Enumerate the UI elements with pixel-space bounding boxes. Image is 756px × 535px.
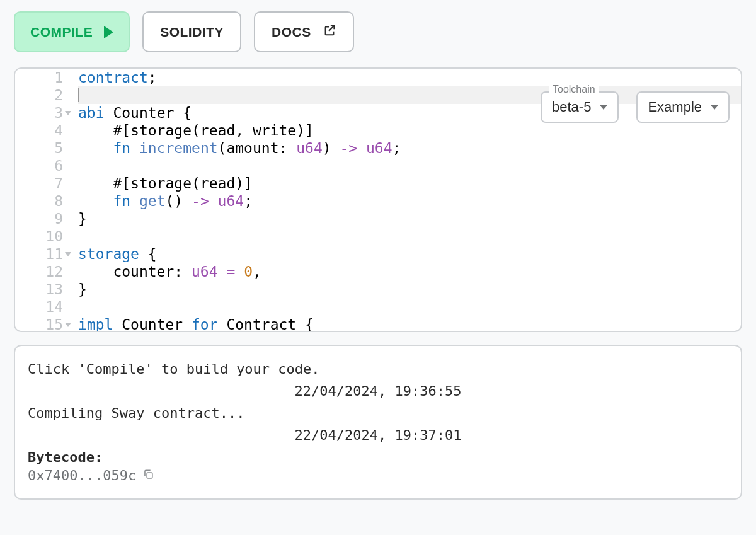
output-panel: Click 'Compile' to build your code. 22/0… xyxy=(14,345,742,500)
line-number: 2 xyxy=(15,86,73,104)
timestamp-divider: 22/04/2024, 19:37:01 xyxy=(28,427,728,443)
toolbar: COMPILE SOLIDITY DOCS xyxy=(14,11,742,52)
code-editor[interactable]: 1 2 3 4 5 6 7 8 9 10 11 12 13 14 15 cont… xyxy=(14,67,742,332)
external-link-icon xyxy=(323,23,336,40)
bytecode-row: 0x7400...059c xyxy=(28,468,728,483)
docs-label: DOCS xyxy=(272,25,311,40)
line-number: 14 xyxy=(15,298,73,316)
compile-button[interactable]: COMPILE xyxy=(14,11,130,52)
divider-line xyxy=(28,391,286,391)
divider-line xyxy=(470,391,728,391)
text-cursor xyxy=(78,88,79,102)
line-number: 5 xyxy=(15,139,73,157)
timestamp: 22/04/2024, 19:36:55 xyxy=(295,383,462,399)
chevron-down-icon xyxy=(600,105,607,110)
toolchain-select-wrap: beta-5 xyxy=(541,91,619,123)
timestamp-divider: 22/04/2024, 19:36:55 xyxy=(28,383,728,399)
line-number: 4 xyxy=(15,122,73,139)
line-number: 13 xyxy=(15,280,73,298)
line-number: 3 xyxy=(15,104,73,122)
editor-selects: beta-5 Example xyxy=(541,91,730,123)
timestamp: 22/04/2024, 19:37:01 xyxy=(295,427,462,443)
svg-rect-0 xyxy=(147,473,152,478)
solidity-button[interactable]: SOLIDITY xyxy=(142,11,241,52)
line-number: 12 xyxy=(15,263,73,280)
example-select[interactable]: Example xyxy=(636,91,730,123)
line-number: 1 xyxy=(15,69,73,86)
example-select-wrap: Example xyxy=(636,91,730,123)
line-gutter: 1 2 3 4 5 6 7 8 9 10 11 12 13 14 15 xyxy=(15,69,73,331)
solidity-label: SOLIDITY xyxy=(160,25,224,40)
divider-line xyxy=(470,435,728,435)
copy-icon[interactable] xyxy=(142,468,154,483)
line-number: 8 xyxy=(15,192,73,210)
line-number: 11 xyxy=(15,245,73,263)
docs-button[interactable]: DOCS xyxy=(254,11,354,52)
line-number: 15 xyxy=(15,316,73,332)
example-label: Example xyxy=(648,99,702,115)
line-number: 6 xyxy=(15,157,73,175)
chevron-down-icon xyxy=(711,105,718,110)
line-number: 7 xyxy=(15,175,73,192)
output-message: Compiling Sway contract... xyxy=(28,405,728,421)
compile-label: COMPILE xyxy=(30,25,93,40)
toolchain-select[interactable]: beta-5 xyxy=(541,91,619,123)
bytecode-label: Bytecode: xyxy=(28,449,728,465)
play-icon xyxy=(104,26,113,38)
line-number: 10 xyxy=(15,227,73,245)
line-number: 9 xyxy=(15,210,73,227)
toolchain-value: beta-5 xyxy=(552,99,591,115)
divider-line xyxy=(28,435,286,435)
output-message: Click 'Compile' to build your code. xyxy=(28,361,728,377)
bytecode-value: 0x7400...059c xyxy=(28,468,136,483)
